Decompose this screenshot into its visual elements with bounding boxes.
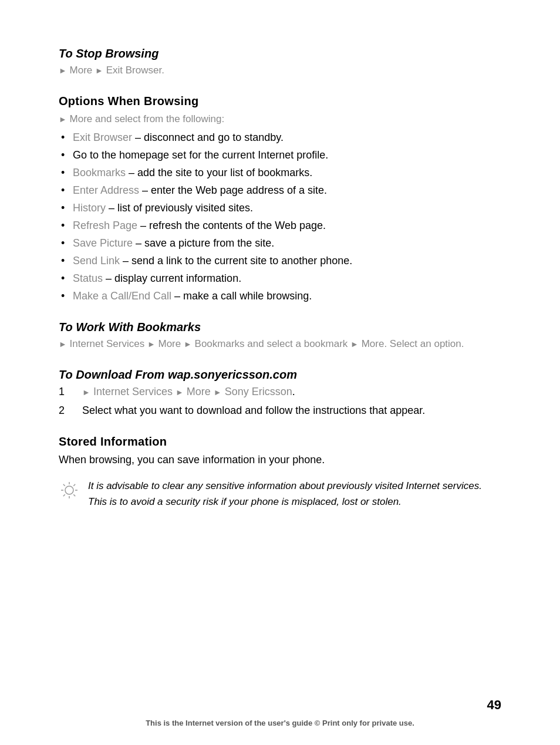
options-browsing-nav-suffix: and select from the following: (92, 113, 224, 124)
download-nav-sony: Sony Ericsson (225, 386, 292, 397)
options-browsing-section: Options When Browsing ► More and select … (59, 95, 501, 305)
download-step1-content: ► Internet Services ► More ► Sony Ericss… (82, 384, 295, 400)
step-num-1: 1 (59, 384, 70, 400)
bullet-text-address: – enter the Web page address of a site. (139, 184, 327, 196)
bookmarks-nav-more: More (158, 338, 181, 349)
bookmarks-nav-internet: Internet Services (70, 338, 145, 349)
download-step2-text: Select what you want to download and fol… (82, 403, 425, 419)
list-item: Save Picture – save a picture from the s… (59, 235, 501, 251)
stop-browsing-nav-more: More (70, 65, 93, 76)
stop-browsing-section: To Stop Browsing ► More ► Exit Browser. (59, 47, 501, 78)
svg-line-5 (63, 484, 65, 486)
download-nav-more: More (187, 386, 211, 397)
stop-browsing-heading: To Stop Browsing (59, 47, 501, 60)
download-arrow-3: ► (214, 386, 225, 397)
bullet-text-homepage: Go to the homepage set for the current I… (73, 149, 328, 161)
arrow-icon-2: ► (59, 114, 67, 124)
bullet-label-bookmarks: Bookmarks (73, 167, 126, 178)
tip-text: It is advisable to clear any sensitive i… (88, 478, 501, 510)
bullet-text-exit: – disconnect and go to standby. (132, 132, 284, 143)
bullet-label-exit: Exit Browser (73, 132, 132, 143)
download-heading: To Download From wap.sonyericsson.com (59, 368, 501, 382)
list-item: Bookmarks – add the site to your list of… (59, 165, 501, 181)
bullet-label-refresh: Refresh Page (73, 220, 137, 231)
bookmarks-arrow-2: ► (147, 338, 158, 349)
svg-line-7 (73, 484, 75, 486)
bookmarks-text-mid: and select a bookmark (245, 338, 350, 349)
bookmarks-nav: ► Internet Services ► More ► Bookmarks a… (59, 336, 501, 352)
arrow-icon-4: ► (350, 339, 359, 349)
tip-icon (59, 480, 80, 501)
bullet-label-address: Enter Address (73, 184, 139, 196)
download-period: . (292, 386, 295, 397)
options-list: Exit Browser – disconnect and go to stan… (59, 130, 501, 304)
svg-line-6 (73, 495, 75, 497)
bookmarks-text-end: . Select an option. (384, 338, 464, 349)
options-browsing-heading: Options When Browsing (59, 95, 501, 108)
arrow-icon-3: ► (59, 339, 67, 349)
bookmarks-arrow-3: ► (184, 338, 195, 349)
bullet-text-call: – make a call while browsing. (171, 290, 312, 302)
stored-info-heading: Stored Information (59, 435, 501, 449)
bookmarks-section: To Work With Bookmarks ► Internet Servic… (59, 321, 501, 352)
download-section: To Download From wap.sonyericsson.com 1 … (59, 368, 501, 419)
arrow-icon-5: ► (82, 387, 90, 397)
list-item: 2 Select what you want to download and f… (59, 403, 501, 419)
download-list: 1 ► Internet Services ► More ► Sony Eric… (59, 384, 501, 419)
bookmarks-heading: To Work With Bookmarks (59, 321, 501, 334)
svg-line-8 (63, 495, 65, 497)
stored-info-body: When browsing, you can save information … (59, 452, 501, 468)
list-item: History – list of previously visited sit… (59, 200, 501, 216)
list-item: Send Link – send a link to the current s… (59, 253, 501, 269)
bookmarks-nav-more2: More (362, 338, 384, 349)
bullet-text-status: – display current information. (103, 272, 241, 284)
download-nav-internet: Internet Services (93, 386, 173, 397)
bullet-label-call: Make a Call/End Call (73, 290, 171, 302)
tip-box: It is advisable to clear any sensitive i… (59, 478, 501, 510)
bullet-text-link: – send a link to the current site to ano… (120, 255, 352, 267)
bookmarks-nav-bookmarks: Bookmarks (195, 338, 245, 349)
bullet-label-link: Send Link (73, 255, 120, 267)
stop-browsing-arrow-2: ► (95, 65, 106, 76)
list-item: Enter Address – enter the Web page addre… (59, 183, 501, 198)
footer-text: This is the Internet version of the user… (0, 719, 560, 727)
list-item: Make a Call/End Call – make a call while… (59, 288, 501, 304)
bullet-text-bookmarks: – add the site to your list of bookmarks… (126, 167, 312, 178)
stored-info-section: Stored Information When browsing, you ca… (59, 435, 501, 510)
arrow-icon-1: ► (59, 66, 67, 75)
bullet-label-picture: Save Picture (73, 237, 133, 249)
step-num-2: 2 (59, 403, 70, 419)
bullet-text-picture: – save a picture from the site. (133, 237, 274, 249)
list-item: Refresh Page – refresh the contents of t… (59, 218, 501, 234)
options-browsing-nav: ► More and select from the following: (59, 112, 501, 127)
bullet-label-status: Status (73, 272, 103, 284)
stop-browsing-nav-exit: Exit Browser (106, 65, 161, 76)
bullet-label-history: History (73, 202, 106, 214)
list-item: Status – display current information. (59, 271, 501, 286)
bullet-text-refresh: – refresh the contents of the Web page. (137, 220, 326, 231)
stop-browsing-period: . (161, 65, 164, 76)
svg-point-0 (65, 486, 73, 494)
list-item: Exit Browser – disconnect and go to stan… (59, 130, 501, 146)
list-item: 1 ► Internet Services ► More ► Sony Eric… (59, 384, 501, 400)
page-number: 49 (487, 697, 501, 713)
options-browsing-more: More (70, 113, 93, 124)
list-item: Go to the homepage set for the current I… (59, 147, 501, 163)
download-arrow-2: ► (176, 386, 187, 397)
stop-browsing-nav: ► More ► Exit Browser. (59, 63, 501, 78)
bullet-text-history: – list of previously visited sites. (106, 202, 253, 214)
